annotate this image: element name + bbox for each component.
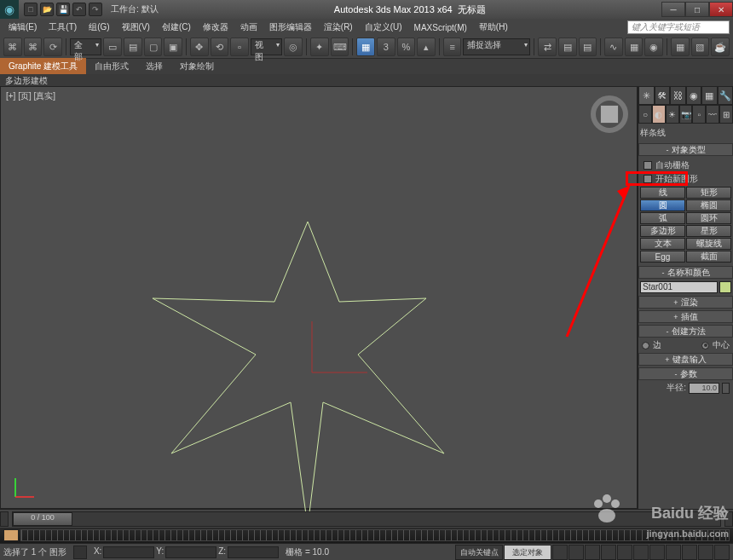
display-tab-icon[interactable]: ▦ bbox=[701, 86, 718, 105]
window-crossing-icon[interactable]: ▣ bbox=[164, 38, 182, 56]
viewport[interactable]: [+] [页] [真实] bbox=[0, 86, 638, 509]
keyboard-icon[interactable]: ⌨ bbox=[331, 38, 349, 56]
material-editor-icon[interactable]: ◉ bbox=[644, 38, 663, 56]
menu-tools[interactable]: 工具(T) bbox=[43, 20, 82, 35]
align-icon[interactable]: ▤ bbox=[558, 38, 577, 56]
btn-helix[interactable]: 螺旋线 bbox=[686, 238, 731, 250]
menu-customize[interactable]: 自定义(U) bbox=[360, 20, 407, 35]
object-name-input[interactable]: Star001 bbox=[640, 281, 718, 293]
menu-render[interactable]: 渲染(R) bbox=[319, 20, 358, 35]
btn-star[interactable]: 星形 bbox=[686, 225, 731, 237]
rollout-name-color[interactable]: -名称和颜色 bbox=[638, 266, 733, 279]
radio-center[interactable] bbox=[701, 342, 709, 349]
menu-help[interactable]: 帮助(H) bbox=[474, 20, 513, 35]
motion-tab-icon[interactable]: ◉ bbox=[686, 86, 702, 105]
save-icon[interactable]: 💾 bbox=[56, 3, 70, 16]
menu-group[interactable]: 组(G) bbox=[84, 20, 114, 35]
systems-icon[interactable]: ⊞ bbox=[719, 105, 733, 124]
btn-donut[interactable]: 圆环 bbox=[686, 212, 731, 224]
modify-tab-icon[interactable]: 🛠 bbox=[655, 86, 671, 105]
menu-animation[interactable]: 动画 bbox=[235, 20, 263, 35]
create-tab-icon[interactable]: ✳ bbox=[638, 86, 655, 105]
lock-selection-icon[interactable] bbox=[73, 546, 87, 559]
help-search-input[interactable]: 键入关键字或短语 bbox=[627, 20, 730, 34]
viewcube[interactable] bbox=[591, 95, 628, 133]
key-mode-icon[interactable] bbox=[633, 545, 649, 560]
select-manip-icon[interactable]: ✦ bbox=[310, 38, 329, 56]
tab-freeform[interactable]: 自由形式 bbox=[86, 58, 137, 74]
move-icon[interactable]: ✥ bbox=[190, 38, 209, 56]
pivot-icon[interactable]: ◎ bbox=[284, 38, 303, 56]
tab-selection[interactable]: 选择 bbox=[137, 58, 171, 74]
select-region-icon[interactable]: ▢ bbox=[144, 38, 163, 56]
rollout-rendering[interactable]: +渲染 bbox=[638, 296, 733, 309]
close-button[interactable]: ✕ bbox=[709, 2, 733, 17]
render-frame-icon[interactable]: ▧ bbox=[691, 38, 710, 56]
category-dropdown[interactable]: 样条线 bbox=[640, 127, 731, 141]
ref-coord-drop[interactable]: 视图 bbox=[251, 38, 283, 55]
tab-objectpaint[interactable]: 对象绘制 bbox=[171, 58, 222, 74]
cameras-icon[interactable]: 📷 bbox=[679, 105, 693, 124]
star-shape[interactable] bbox=[1, 87, 632, 513]
minimize-button[interactable]: ─ bbox=[661, 2, 685, 17]
auto-grid-checkbox[interactable]: 自动栅格 bbox=[640, 159, 731, 172]
rollout-creation-method[interactable]: -创建方法 bbox=[638, 325, 733, 338]
goto-start-icon[interactable] bbox=[552, 545, 568, 560]
workspace-label[interactable]: 工作台: 默认 bbox=[111, 3, 159, 15]
space-warps-icon[interactable]: 〰 bbox=[706, 105, 719, 124]
select-icon[interactable]: ▭ bbox=[103, 38, 122, 56]
time-slider-thumb[interactable]: 0 / 100 bbox=[13, 512, 72, 526]
auto-key-button[interactable]: 自动关键点 bbox=[455, 545, 503, 560]
named-sel-icon[interactable]: ≡ bbox=[443, 38, 462, 56]
shapes-icon[interactable]: ◐ bbox=[652, 105, 666, 124]
rollout-object-type[interactable]: -对象类型 bbox=[638, 143, 733, 156]
new-icon[interactable]: □ bbox=[24, 3, 38, 16]
pan-icon[interactable] bbox=[666, 545, 681, 560]
percent-snap-icon[interactable]: % bbox=[397, 38, 416, 56]
btn-arc[interactable]: 弧 bbox=[640, 212, 685, 224]
btn-egg[interactable]: Egg bbox=[640, 251, 685, 263]
x-input[interactable] bbox=[103, 546, 154, 558]
redo-icon[interactable]: ↷ bbox=[89, 3, 102, 16]
btn-rectangle[interactable]: 矩形 bbox=[686, 187, 731, 199]
render-icon[interactable]: ☕ bbox=[711, 38, 730, 56]
named-sel-drop[interactable]: 捕捉选择 bbox=[463, 38, 530, 55]
btn-line[interactable]: 线 bbox=[640, 187, 685, 199]
y-input[interactable] bbox=[165, 546, 216, 558]
rollout-keyboard-entry[interactable]: +键盘输入 bbox=[638, 353, 733, 366]
z-input[interactable] bbox=[228, 546, 279, 558]
select-name-icon[interactable]: ▤ bbox=[124, 38, 142, 56]
maximize-button[interactable]: □ bbox=[685, 2, 709, 17]
prev-frame-icon[interactable] bbox=[569, 545, 584, 560]
link-icon[interactable]: ⌘ bbox=[3, 38, 22, 56]
ribbon-bar[interactable]: 多边形建模 bbox=[0, 74, 733, 86]
goto-end-icon[interactable] bbox=[617, 545, 632, 560]
schematic-icon[interactable]: ▦ bbox=[625, 38, 644, 56]
btn-ngon[interactable]: 多边形 bbox=[640, 225, 685, 237]
time-slider-left-icon[interactable] bbox=[0, 511, 9, 527]
menu-modifiers[interactable]: 修改器 bbox=[198, 20, 234, 35]
bind-icon[interactable]: ⟳ bbox=[43, 38, 62, 56]
btn-circle[interactable]: 圆 bbox=[640, 199, 685, 211]
undo-icon[interactable]: ↶ bbox=[72, 3, 86, 16]
scale-icon[interactable]: ▫ bbox=[230, 38, 249, 56]
utilities-tab-icon[interactable]: 🔧 bbox=[718, 86, 734, 105]
menu-create[interactable]: 创建(C) bbox=[157, 20, 196, 35]
zoom-extents-icon[interactable] bbox=[698, 545, 713, 560]
menu-edit[interactable]: 编辑(E) bbox=[3, 20, 42, 35]
play-icon[interactable] bbox=[585, 545, 600, 560]
btn-section[interactable]: 截面 bbox=[686, 251, 731, 263]
fov-icon[interactable] bbox=[714, 545, 730, 560]
lights-icon[interactable]: ☀ bbox=[666, 105, 679, 124]
selection-filter-drop[interactable]: 全部 bbox=[70, 38, 102, 55]
color-swatch[interactable] bbox=[719, 281, 731, 293]
spinner-snap-icon[interactable]: ▴ bbox=[417, 38, 436, 56]
btn-text[interactable]: 文本 bbox=[640, 238, 685, 250]
render-setup-icon[interactable]: ▦ bbox=[671, 38, 690, 56]
curve-editor-icon[interactable]: ∿ bbox=[604, 38, 623, 56]
layer-icon[interactable]: ▤ bbox=[579, 38, 597, 56]
snap-toggle-icon[interactable]: ▦ bbox=[356, 38, 375, 56]
app-logo-icon[interactable]: ◉ bbox=[0, 0, 19, 19]
rotate-icon[interactable]: ⟲ bbox=[211, 38, 229, 56]
next-frame-icon[interactable] bbox=[601, 545, 616, 560]
